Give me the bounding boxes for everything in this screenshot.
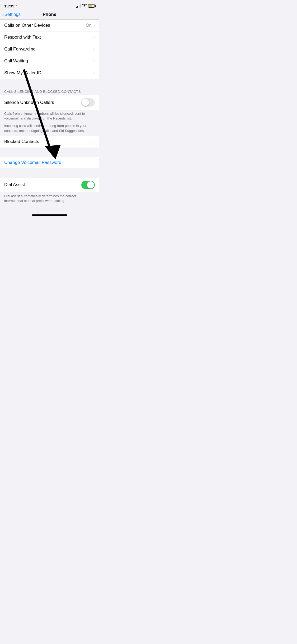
blocked-contacts-label: Blocked Contacts (4, 139, 93, 144)
status-icons (76, 4, 95, 8)
call-forwarding-label: Call Forwarding (4, 47, 93, 52)
calls-on-other-devices-right: On › (86, 23, 95, 28)
dial-assist-description-area: Dial assist automatically determines the… (0, 192, 99, 207)
calls-section: Calls on Other Devices On › Respond with… (0, 20, 99, 79)
dial-assist-toggle[interactable] (81, 181, 95, 189)
silence-unknown-callers-toggle[interactable] (81, 98, 95, 107)
silence-unknown-callers-label: Silence Unknown Callers (4, 100, 81, 105)
respond-with-text-right: › (93, 35, 95, 40)
change-voicemail-password-label: Change Voicemail Password (4, 160, 61, 165)
dial-assist-item: Dial Assist (0, 178, 99, 192)
back-button[interactable]: ‹ Settings (2, 12, 21, 17)
blocked-contacts-right: › (93, 139, 95, 144)
silence-section: Silence Unknown Callers (0, 95, 99, 110)
battery-icon (88, 4, 95, 8)
section-gap-1 (0, 79, 99, 88)
signal-bars (76, 4, 81, 8)
blocked-contacts-section: Blocked Contacts › (0, 136, 99, 148)
status-time: 13:35 ‣ (4, 4, 17, 8)
chevron-icon: › (93, 23, 95, 28)
respond-with-text-item[interactable]: Respond with Text › (0, 31, 99, 43)
dial-assist-description: Dial assist automatically determines the… (4, 194, 95, 203)
silencing-section-header: CALL SILENCING AND BLOCKED CONTACTS (0, 88, 99, 95)
chevron-icon: › (93, 70, 95, 76)
show-my-caller-id-right: › (93, 70, 95, 76)
silence-description-2: Incoming calls will continue to ring fro… (4, 123, 95, 133)
calls-on-other-devices-value: On (86, 23, 92, 28)
silence-unknown-callers-item: Silence Unknown Callers (0, 95, 99, 110)
section-gap-3 (0, 168, 99, 178)
call-forwarding-item[interactable]: Call Forwarding › (0, 43, 99, 55)
silence-description-1: Calls from unknown numbers will be silen… (4, 111, 95, 121)
home-indicator (0, 212, 99, 218)
page-title: Phone (43, 12, 56, 17)
section-gap-2 (0, 148, 99, 157)
time-display: 13:35 (4, 4, 14, 8)
toggle-thumb (82, 99, 89, 106)
call-waiting-label: Call Waiting (4, 58, 93, 64)
voicemail-section: Change Voicemail Password (0, 157, 99, 168)
call-waiting-right: › (93, 58, 95, 64)
change-voicemail-password-item[interactable]: Change Voicemail Password (0, 157, 99, 168)
call-forwarding-right: › (93, 47, 95, 52)
calls-on-other-devices-item[interactable]: Calls on Other Devices On › (0, 20, 99, 31)
status-bar: 13:35 ‣ (0, 0, 99, 10)
dial-assist-toggle-container (81, 181, 95, 189)
back-chevron-icon: ‹ (2, 12, 4, 17)
respond-with-text-label: Respond with Text (4, 35, 93, 40)
calls-on-other-devices-label: Calls on Other Devices (4, 23, 86, 28)
toggle-thumb (87, 181, 94, 188)
home-bar (32, 214, 67, 216)
chevron-icon: › (93, 139, 95, 144)
chevron-icon: › (93, 47, 95, 52)
blocked-contacts-item[interactable]: Blocked Contacts › (0, 136, 99, 148)
dial-assist-section: Dial Assist (0, 178, 99, 192)
chevron-icon: › (93, 58, 95, 64)
wifi-icon (82, 4, 87, 8)
location-icon: ‣ (15, 4, 17, 8)
back-label: Settings (4, 12, 21, 17)
chevron-icon: › (93, 35, 95, 40)
nav-bar: ‹ Settings Phone (0, 10, 99, 20)
call-waiting-item[interactable]: Call Waiting › (0, 55, 99, 67)
dial-assist-label: Dial Assist (4, 182, 81, 187)
show-my-caller-id-label: Show My Caller ID (4, 70, 93, 76)
show-my-caller-id-item[interactable]: Show My Caller ID › (0, 67, 99, 79)
silence-description-area: Calls from unknown numbers will be silen… (0, 110, 99, 136)
silence-toggle-container (81, 98, 95, 107)
section-gap-4 (0, 207, 99, 212)
